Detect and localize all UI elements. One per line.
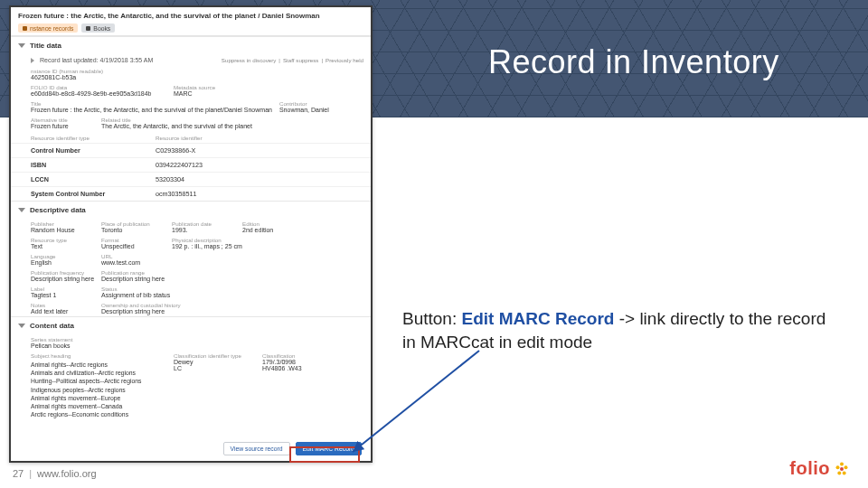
label-subject: Subject heading <box>31 352 166 359</box>
label-instance-id: nstance ID (human readable) <box>31 68 103 74</box>
identifier-type: ISBN <box>31 161 148 169</box>
view-source-record-button[interactable]: View source record <box>223 442 290 455</box>
label-pubfreq: Publication frequency <box>31 269 94 276</box>
value-class-type: Dewey <box>174 359 255 365</box>
caret-down-icon <box>18 43 25 48</box>
label-pubdate: Publication date <box>172 221 235 227</box>
label-folio-id: FOLIO ID data <box>31 84 166 90</box>
slide-title: Record in Inventory <box>488 43 779 81</box>
tag-label: Books <box>93 25 110 32</box>
section-label: Descriptive data <box>30 206 86 214</box>
svg-point-2 <box>844 465 848 469</box>
section-title-data[interactable]: Title data <box>11 37 371 54</box>
link-suppress-discovery[interactable]: Suppress in discovery <box>222 57 277 63</box>
label-edition: Edition <box>242 221 306 227</box>
value-title: Frozen future : the Arctic, the Antarcti… <box>31 107 272 113</box>
row-last-updated[interactable]: Record last updated: 4/19/2018 3:55 AM S… <box>11 54 371 66</box>
value-series: Pelican books <box>31 343 94 349</box>
svg-point-5 <box>836 465 840 469</box>
link-previously-held[interactable]: Previously held <box>326 57 363 63</box>
value-status: Assignment of bib status <box>101 292 170 298</box>
label-language: Language <box>31 253 94 259</box>
tag-dot-icon <box>23 26 27 31</box>
header-identifier-value: Resource identifier <box>156 135 363 141</box>
caret-right-icon <box>31 58 34 63</box>
label-url: URL <box>101 253 165 259</box>
link-staff-suppress[interactable]: Staff suppress <box>283 57 318 63</box>
record-header: Frozen future : the Arctic, the Antarcti… <box>11 7 371 36</box>
suppress-links: Suppress in discovery| Staff suppress| P… <box>222 57 363 63</box>
label-alt-title: Alternative title <box>31 117 94 123</box>
inventory-record-screenshot: Frozen future : the Arctic, the Antarcti… <box>9 5 373 463</box>
footer-separator: | <box>29 468 32 479</box>
section-label: Title data <box>30 42 61 50</box>
subject-value: Animals and civilization--Arctic regions <box>31 369 159 377</box>
subject-value: Hunting--Political aspects--Arctic regio… <box>31 377 159 385</box>
tag-instance-records[interactable]: nstance records <box>18 23 78 33</box>
value-folio-id: e60dd84b-e8c8-4929-8e9b-ee905a3d184b <box>31 90 166 97</box>
header-identifier-type: Resource identifier type <box>31 135 148 141</box>
flower-icon <box>834 461 850 477</box>
value-pubrange: Description string here <box>101 276 165 282</box>
highlight-edit-marc-button <box>289 446 360 463</box>
svg-point-6 <box>840 467 844 471</box>
table-row: ISBN0394222407123 <box>11 157 371 172</box>
value-ownership: Description string here <box>101 308 228 314</box>
label-place: Place of publication <box>101 221 165 227</box>
logo-text: folio <box>789 458 830 479</box>
value-format: Unspecified <box>101 243 165 249</box>
value-class-type: LC <box>174 365 255 371</box>
tag-books[interactable]: Books <box>81 23 115 33</box>
value-place: Toronto <box>101 227 165 233</box>
label-format: Format <box>101 237 165 243</box>
svg-point-1 <box>840 462 844 465</box>
label-publisher: Publisher <box>31 221 94 227</box>
value-metadata-source: MARC <box>174 90 237 97</box>
footer-url: www.folio.org <box>37 468 96 479</box>
identifier-value: ocm30358511 <box>156 190 363 198</box>
label-classification: Classification <box>262 352 326 359</box>
label-resource-type: Resource type <box>31 237 94 243</box>
identifier-type: System Control Number <box>31 190 148 198</box>
value-edition: 2nd edition <box>242 227 306 233</box>
label-contributor: Contributor <box>279 100 343 107</box>
annotation-button-name: Edit MARC Record <box>462 309 615 328</box>
label-metadata-source: Metadata source <box>174 84 237 90</box>
label-related-title: Related title <box>101 117 264 123</box>
section-descriptive-data[interactable]: Descriptive data <box>11 202 371 219</box>
svg-point-4 <box>837 471 841 474</box>
label-class-type: Classification identifier type <box>174 352 255 359</box>
label-status: Status <box>101 286 170 292</box>
value-resource-type: Text <box>31 243 94 249</box>
label-series: Series statement <box>31 336 94 343</box>
last-updated-text: Record last updated: 4/19/2018 3:55 AM <box>40 57 153 63</box>
value-alt-title: Frozen future <box>31 123 94 129</box>
label-physdesc: Physical description <box>172 237 271 243</box>
subject-value: Animal rights movement--Canada <box>31 402 159 410</box>
table-row: LCCN53203304 <box>11 172 371 186</box>
record-title: Frozen future : the Arctic, the Antarcti… <box>18 12 363 20</box>
identifier-value: 53203304 <box>156 175 363 183</box>
value-url: www.test.com <box>101 259 165 266</box>
annotation-text: Button: Edit MARC Record -> link directl… <box>402 307 827 353</box>
value-physdesc: 192 p. : ill., maps ; 25 cm <box>172 243 271 249</box>
annotation-prefix: Button: <box>402 309 462 328</box>
identifier-value: 0394222407123 <box>156 161 363 169</box>
value-pubdate: 1993. <box>172 227 235 233</box>
page-number: 27 <box>13 468 24 479</box>
caret-down-icon <box>18 208 25 212</box>
section-label: Content data <box>30 322 74 330</box>
label-label: Label <box>31 286 94 292</box>
slide-footer: 27 | www.folio.org <box>0 465 868 483</box>
section-content-data[interactable]: Content data <box>11 317 371 334</box>
value-publisher: Random House <box>31 227 94 233</box>
label-pubrange: Publication range <box>101 269 165 276</box>
value-notes: Add text later <box>31 308 94 314</box>
table-row: System Control Numberocm30358511 <box>11 186 371 201</box>
svg-point-3 <box>843 471 846 474</box>
label-ownership: Ownership and custodial history <box>101 302 228 308</box>
identifier-table-header: Resource identifier type Resource identi… <box>11 131 371 143</box>
value-instance-id: 4625081C-b53a <box>31 74 103 80</box>
value-classification: HV4806 .W43 <box>262 365 326 371</box>
table-row: Control NumberC02938866-X <box>11 143 371 157</box>
